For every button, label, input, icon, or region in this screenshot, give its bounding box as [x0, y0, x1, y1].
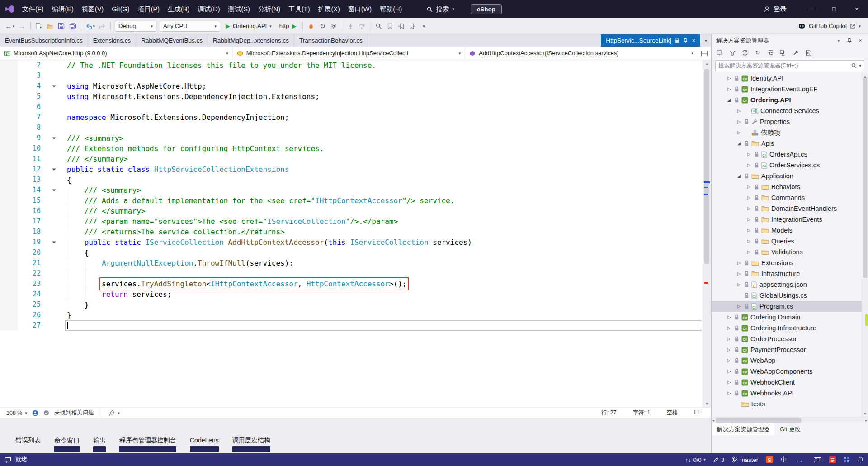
menu-item[interactable]: 帮助(H) — [376, 0, 406, 18]
solution-platforms-dropdown[interactable]: Any CPU▾ — [160, 21, 220, 32]
navigate-back-button[interactable]: ←▾ — [4, 20, 16, 32]
close-panel-button[interactable]: × — [855, 37, 865, 44]
spaces-indicator[interactable]: 空格 — [666, 409, 678, 417]
code-line[interactable]: 16 /// </summary> — [0, 206, 703, 216]
menu-item[interactable]: 调试(D) — [193, 0, 224, 18]
scroll-right-icon[interactable]: ▸ — [865, 418, 867, 423]
tree-item[interactable]: ▷Models — [712, 225, 862, 236]
tree-item[interactable]: ▷IntegrationEvents — [712, 214, 862, 225]
tree-item[interactable]: ▷Properties — [712, 116, 862, 127]
settings-button[interactable] — [328, 20, 339, 32]
tree-item[interactable]: tests — [712, 399, 862, 409]
hot-reload-button[interactable] — [306, 20, 316, 32]
code-line[interactable]: 2// The .NET Foundation licenses this fi… — [0, 60, 703, 71]
code-line[interactable]: 7namespace Microsoft.Extensions.Dependen… — [0, 112, 703, 123]
tree-item[interactable]: ▷C#Webhooks.API — [712, 388, 862, 399]
code-line[interactable]: 21 ArgumentNullException.ThrowIfNull(ser… — [0, 258, 703, 268]
tree-item[interactable]: ▷{}appsettings.json — [712, 279, 862, 290]
tree-expander-icon[interactable]: ▷ — [736, 130, 742, 135]
breakpoint-margin[interactable] — [0, 175, 18, 185]
zoom-dropdown[interactable]: 108 %▾ — [6, 410, 27, 416]
start-debugging-button[interactable]: ▶Ordering.API▾ — [222, 20, 275, 32]
menu-item[interactable]: 扩展(X) — [314, 0, 344, 18]
editor-tab[interactable]: RabbitMQEventBus.cs — [136, 34, 208, 47]
active-files-dropdown[interactable]: ▾ — [705, 38, 707, 43]
tree-expander-icon[interactable]: ▷ — [726, 326, 732, 330]
feedback-bubble-icon[interactable] — [5, 457, 11, 463]
breakpoint-margin[interactable] — [0, 81, 18, 91]
fold-toggle[interactable] — [48, 237, 60, 247]
open-file-button[interactable] — [45, 20, 56, 32]
code-cleanup-button[interactable]: ▾ — [108, 410, 120, 416]
code-line[interactable]: 6 — [0, 102, 703, 112]
tree-expander-icon[interactable]: ▷ — [736, 109, 742, 113]
scrollbar-thumb[interactable] — [704, 69, 709, 264]
menu-item[interactable]: 项目(P) — [134, 0, 164, 18]
breakpoint-margin[interactable] — [0, 133, 18, 143]
breakpoint-margin[interactable] — [0, 206, 18, 216]
menu-item[interactable]: 工具(T) — [284, 0, 314, 18]
code-line[interactable]: 19 public static IServiceCollection AddH… — [0, 237, 703, 247]
column-indicator[interactable]: 字符: 1 — [633, 409, 651, 417]
save-button[interactable] — [56, 20, 67, 32]
breakpoint-margin[interactable] — [0, 102, 18, 112]
panel-tab[interactable]: 错误列表 — [15, 434, 41, 453]
editor-tab[interactable]: HttpServic...SourceLink]× — [601, 34, 700, 47]
fold-toggle[interactable] — [48, 81, 60, 91]
code-line[interactable]: 24 return services; — [0, 289, 703, 300]
tree-item[interactable]: ▷DomainEventHandlers — [712, 203, 862, 214]
breakpoint-margin[interactable] — [0, 143, 18, 154]
tree-item[interactable]: ▷C#WebhookClient — [712, 377, 862, 388]
tray-apps-button[interactable] — [844, 456, 850, 463]
breakpoint-margin[interactable] — [0, 154, 18, 164]
tree-expander-icon[interactable]: ▷ — [746, 239, 752, 243]
launch-profile-button[interactable]: http▶ — [276, 20, 300, 32]
tool-window-tab[interactable]: 解决方案资源管理器 — [712, 423, 774, 435]
tree-item[interactable]: C#GlobalUsings.cs — [712, 290, 862, 301]
collapse-all-button[interactable] — [778, 48, 788, 58]
close-button[interactable]: × — [845, 0, 868, 18]
code-line[interactable]: 27 — [0, 320, 703, 331]
minimize-button[interactable]: — — [800, 0, 823, 18]
breakpoint-margin[interactable] — [0, 185, 18, 195]
scroll-down-icon[interactable]: ▾ — [862, 410, 868, 417]
navigation-dropdown[interactable]: {}Microsoft.AspNetCore.Http (9.0.0.0)▾ — [0, 47, 233, 60]
code-line[interactable]: 25 } — [0, 300, 703, 310]
panel-tab[interactable]: 调用层次结构 — [232, 434, 270, 453]
code-line[interactable]: 13{ — [0, 175, 703, 185]
code-line[interactable]: 14 /// <summary> — [0, 185, 703, 195]
ime-keyboard-button[interactable] — [814, 457, 821, 462]
tree-expander-icon[interactable]: ▷ — [746, 250, 752, 254]
tree-expander-icon[interactable]: ◢ — [736, 141, 742, 146]
code-line[interactable]: 11/// </summary> — [0, 154, 703, 164]
tree-expander-icon[interactable]: ▷ — [726, 76, 732, 81]
fold-toggle[interactable] — [48, 185, 60, 195]
tree-item[interactable]: ▷依赖项 — [712, 127, 862, 138]
code-line[interactable]: 23 services.TryAddSingleton<IHttpContext… — [0, 279, 703, 289]
sync-status-button[interactable]: ↑↓0/0▾ — [685, 456, 706, 463]
breakpoint-margin[interactable] — [0, 123, 18, 133]
properties-button[interactable] — [790, 48, 801, 58]
copilot-badge-button[interactable]: GitHub Copilot ▾ — [798, 23, 861, 29]
code-line[interactable]: 22 — [0, 268, 703, 279]
previous-bookmark-button[interactable] — [396, 20, 406, 32]
tree-item[interactable]: ▷C#IntegrationEventLogEF — [712, 84, 862, 95]
tree-expander-icon[interactable]: ▷ — [726, 358, 732, 363]
tree-expander-icon[interactable]: ▷ — [736, 119, 742, 124]
breakpoint-margin[interactable] — [0, 237, 18, 247]
code-line[interactable]: 12public static class HttpServiceCollect… — [0, 164, 703, 175]
tree-expander-icon[interactable]: ▷ — [726, 337, 732, 341]
fold-toggle[interactable] — [48, 133, 60, 143]
restart-button[interactable]: ↻ — [317, 20, 328, 32]
tree-item[interactable]: ▷Behaviors — [712, 181, 862, 192]
editor-tab[interactable]: RabbitMqDep...xtensions.cs — [208, 34, 294, 47]
explorer-vertical-scrollbar[interactable]: ▴ ▾ — [862, 73, 868, 417]
close-tab-button[interactable]: × — [691, 38, 695, 44]
tree-expander-icon[interactable]: ▷ — [726, 369, 732, 374]
pending-changes-button[interactable]: 3 — [713, 456, 724, 463]
toggle-bookmark-button[interactable] — [384, 20, 395, 32]
presence-icon[interactable] — [32, 410, 38, 416]
tool-window-tab[interactable]: Git 更改 — [775, 423, 805, 435]
step-over-button[interactable] — [356, 20, 367, 32]
tree-expander-icon[interactable]: ▷ — [736, 271, 742, 276]
